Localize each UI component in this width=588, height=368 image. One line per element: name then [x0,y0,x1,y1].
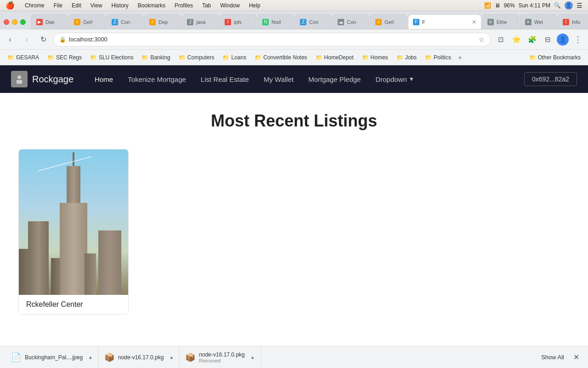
folder-icon: 📁 [254,54,261,61]
tab-label-13: Wel [534,19,543,25]
cast-button[interactable]: ⊡ [494,33,507,46]
tab-4[interactable]: ⚡ Dep [144,14,181,29]
menu-bookmarks[interactable]: Bookmarks [135,2,168,9]
nav-home[interactable]: Home [87,65,120,93]
tab-close-btn[interactable]: ✕ [472,19,476,25]
bookmark-label-slu: SLU Elections [99,54,133,61]
reload-button[interactable]: ↻ [37,33,50,46]
listing-card-1[interactable]: Rckefeller Center [18,149,129,315]
folder-icon: 📁 [141,54,148,61]
wallet-address-button[interactable]: 0x692...82a2 [524,72,577,86]
nav-dropdown[interactable]: Dropdown ▼ [368,65,421,93]
menu-window[interactable]: Window [217,2,243,9]
building-detail-2 [85,253,96,295]
bookmark-sec-regs[interactable]: 📁 SEC Regs [44,52,85,63]
bookmark-banking[interactable]: 📁 Banking [138,52,174,63]
folder-icon: 📁 [90,54,97,61]
wifi-icon: 📶 [484,2,491,9]
building-main [60,203,87,295]
tab-label-12: Ethe [497,19,507,25]
nav-tokenize[interactable]: Tokenize Mortgage [120,65,193,93]
window-minimize[interactable] [12,19,17,25]
tab-5[interactable]: J java [182,14,219,29]
bookmark-label-jobs: Jobs [405,54,417,61]
forward-button[interactable]: › [20,33,33,46]
page-title: Most Recent Listings [18,111,570,131]
star-button[interactable]: ⭐ [510,33,523,46]
tab-1[interactable]: ▶ Das [31,14,68,29]
bookmark-label-banking: Banking [150,54,170,61]
bookmark-other-bookmarks[interactable]: 📁 Other Bookmarks [526,52,584,63]
tab-6[interactable]: I ipfs [220,14,256,29]
bookmark-star-icon[interactable]: ☆ [479,36,485,43]
sidebar-button[interactable]: ⊟ [541,33,554,46]
bookmarks-overflow[interactable]: » [456,52,464,63]
bookmark-gesara[interactable]: 📁 GESARA [4,52,43,63]
menu-view[interactable]: View [88,2,105,9]
bookmarks-bar: 📁 GESARA 📁 SEC Regs 📁 SLU Elections 📁 Ba… [0,50,588,65]
time-display: Sun 4:11 PM [519,2,550,9]
window-maximize[interactable] [20,19,26,25]
listing-name-1: Rckefeller Center [26,300,121,309]
tab-2[interactable]: ⚡ Get! [69,14,106,29]
tab-label-active: F [422,19,425,25]
menu-history[interactable]: History [109,2,131,9]
folder-icon: 📁 [316,54,322,61]
menu-edit[interactable]: Edit [69,2,84,9]
brand[interactable]: Rockgage [11,71,74,87]
tab-favicon-2: ⚡ [74,19,80,25]
address-bar[interactable]: 🔒 localhost:3000 ☆ [53,33,491,46]
menu-button[interactable]: ⋮ [571,33,584,46]
menu-tab[interactable]: Tab [199,2,214,9]
search-icon[interactable]: 🔍 [554,2,561,9]
tab-active[interactable]: F F ✕ [408,14,481,29]
tab-14[interactable]: I Infu [558,14,588,29]
nav-mortgage-pledge[interactable]: Mortgage Pledge [301,65,368,93]
nav-links: Home Tokenize Mortgage List Real Estate … [87,65,524,93]
tab-13[interactable]: ≡ Wel [520,14,557,29]
svg-point-0 [17,75,21,79]
bookmark-label-politics: Politics [434,54,451,61]
profile-button[interactable]: 👤 [557,34,569,46]
menu-help[interactable]: Help [246,2,263,9]
tab-favicon-7: N [262,19,269,25]
tab-9[interactable]: ☁ Con [333,14,369,29]
tab-favicon-4: ⚡ [149,19,156,25]
window-close[interactable] [4,19,9,25]
tab-favicon-13: ≡ [525,19,531,25]
tab-12[interactable]: ≡ Ethe [482,14,519,29]
back-button[interactable]: ‹ [4,33,17,46]
bookmark-homes[interactable]: 📁 Homes [358,52,392,63]
folder-icon: 📁 [396,54,403,61]
bookmark-computers[interactable]: 📁 Computers [175,52,218,63]
page-content: Most Recent Listings [0,93,588,333]
nav-my-wallet[interactable]: My Wallet [256,65,301,93]
tab-10[interactable]: ⚡ Get! [370,14,407,29]
apple-menu[interactable]: 🍎 [6,1,15,10]
bookmark-jobs[interactable]: 📁 Jobs [393,52,420,63]
tab-label-5: java [196,19,205,25]
menu-file[interactable]: File [51,2,65,9]
screen-icon: 🖥 [495,2,500,9]
bookmark-slu[interactable]: 📁 SLU Elections [86,52,137,63]
bookmark-homedepot[interactable]: 📁 HomeDepot [312,52,357,63]
extensions-button[interactable]: 🧩 [526,33,538,46]
tab-3[interactable]: Z Con [107,14,143,29]
menu-chrome[interactable]: Chrome [22,2,47,9]
folder-icon: 📁 [179,54,186,61]
nav-list-real-estate[interactable]: List Real Estate [193,65,256,93]
tab-favicon-8: Z [300,19,306,25]
tab-favicon-1: ▶ [36,19,43,25]
bookmark-label-sec: SEC Regs [56,54,82,61]
bookmark-loans[interactable]: 📁 Loans [219,52,250,63]
tab-7[interactable]: N Nod [257,14,294,29]
listing-info-1: Rckefeller Center [19,295,128,314]
menu-profiles[interactable]: Profiles [172,2,196,9]
profile-icon[interactable]: 👤 [565,1,573,10]
bookmark-convertible-notes[interactable]: 📁 Convertible Notes [251,52,311,63]
menu-icon[interactable]: ☰ [577,2,582,9]
bookmark-other-label: Other Bookmarks [538,54,581,61]
bookmark-politics[interactable]: 📁 Politics [421,52,455,63]
building-right [98,230,121,295]
tab-8[interactable]: Z Con [295,14,332,29]
